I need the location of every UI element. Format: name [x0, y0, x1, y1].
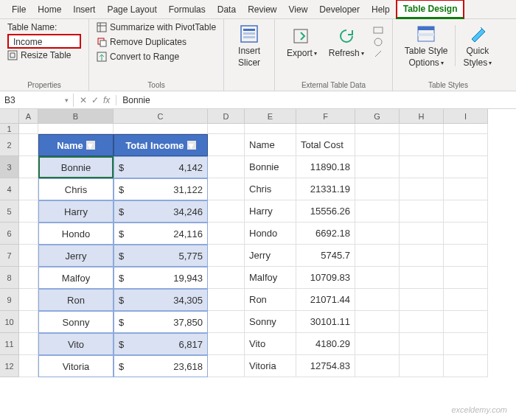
side-cell-cost[interactable]: 21331.19 [296, 178, 355, 200]
cell-blank[interactable] [208, 333, 245, 355]
cell-blank[interactable] [19, 289, 38, 311]
tab-page-layout[interactable]: Page Layout [101, 1, 162, 18]
cell-blank[interactable] [208, 200, 245, 223]
cell-blank[interactable] [400, 134, 444, 156]
table-cell-income[interactable]: $19,943 [114, 267, 208, 289]
tab-insert[interactable]: Insert [67, 1, 101, 18]
cell-grid[interactable]: Name▾Total Income▾Bonnie$4,142Chris$31,1… [19, 124, 488, 377]
export-button[interactable]: Export▾ [282, 22, 321, 62]
cell-blank[interactable] [444, 289, 488, 311]
cell-blank[interactable] [444, 355, 488, 377]
col-header-I[interactable]: I [444, 109, 488, 124]
side-cell-cost[interactable]: 12754.83 [296, 355, 355, 377]
pivot-button[interactable]: Summarize with PivotTable [97, 22, 216, 32]
table-cell-income[interactable]: $31,122 [114, 178, 208, 200]
insert-slicer-button[interactable]: Insert Slicer [231, 22, 267, 69]
name-box[interactable]: B3 ▾ [0, 94, 74, 107]
cell-blank[interactable] [444, 178, 488, 200]
cell-blank[interactable] [208, 267, 245, 289]
refresh-button[interactable]: Refresh▾ [324, 22, 369, 62]
cell-blank[interactable] [400, 333, 444, 355]
cell-blank[interactable] [355, 311, 400, 333]
tab-review[interactable]: Review [242, 1, 282, 18]
row-header-4[interactable]: 4 [0, 178, 19, 200]
table-cell-name[interactable]: Sonny [38, 311, 114, 333]
side-cell-name[interactable]: Vitoria [245, 355, 296, 377]
cell-blank[interactable] [208, 134, 245, 156]
cancel-icon[interactable]: ✕ [80, 95, 87, 105]
side-cell-cost[interactable]: 10709.83 [296, 267, 355, 289]
cell-blank[interactable] [400, 267, 444, 289]
cell-blank[interactable] [444, 333, 488, 355]
row-header-9[interactable]: 9 [0, 289, 19, 311]
cell-blank[interactable] [400, 178, 444, 200]
table-cell-income[interactable]: $6,817 [114, 333, 208, 355]
side-cell-cost[interactable]: 4180.29 [296, 333, 355, 355]
cell-blank[interactable] [444, 223, 488, 245]
cell-blank[interactable] [355, 267, 400, 289]
tab-view[interactable]: View [283, 1, 314, 18]
cell-blank[interactable] [208, 223, 245, 245]
side-cell-name[interactable]: Bonnie [245, 156, 296, 178]
cell-blank[interactable] [19, 267, 38, 289]
cell-blank[interactable] [400, 355, 444, 377]
cell-blank[interactable] [355, 333, 400, 355]
cell-blank[interactable] [355, 124, 400, 134]
table-header-name[interactable]: Name▾ [38, 134, 114, 156]
side-cell-cost[interactable]: 5745.7 [296, 245, 355, 267]
cell-blank[interactable] [400, 311, 444, 333]
tab-home[interactable]: Home [32, 1, 67, 18]
row-header-8[interactable]: 8 [0, 267, 19, 289]
cell-blank[interactable] [208, 311, 245, 333]
cell-blank[interactable] [444, 134, 488, 156]
side-cell-cost[interactable]: 30101.11 [296, 311, 355, 333]
tab-formulas[interactable]: Formulas [163, 1, 212, 18]
cell-blank[interactable] [400, 200, 444, 223]
table-cell-name[interactable]: Malfoy [38, 267, 114, 289]
row-header-12[interactable]: 12 [0, 355, 19, 377]
side-cell-name[interactable]: Chris [245, 178, 296, 200]
filter-icon[interactable]: ▾ [86, 141, 95, 150]
row-header-5[interactable]: 5 [0, 200, 19, 223]
cell-blank[interactable] [19, 311, 38, 333]
table-header-income[interactable]: Total Income▾ [114, 134, 208, 156]
cell-blank[interactable] [208, 355, 245, 377]
table-name-input[interactable]: Income [7, 34, 81, 49]
cell-blank[interactable] [355, 355, 400, 377]
table-cell-name[interactable]: Ron [38, 289, 114, 311]
cell-blank[interactable] [355, 178, 400, 200]
cell-blank[interactable] [355, 134, 400, 156]
row-header-10[interactable]: 10 [0, 311, 19, 333]
unlink-icon[interactable] [373, 49, 383, 59]
side-cell-name[interactable]: Vito [245, 333, 296, 355]
row-header-11[interactable]: 11 [0, 333, 19, 355]
cell-blank[interactable] [400, 156, 444, 178]
cell-blank[interactable] [444, 200, 488, 223]
cell-blank[interactable] [355, 245, 400, 267]
cell-blank[interactable] [444, 124, 488, 134]
filter-icon[interactable]: ▾ [187, 141, 196, 150]
side-header-name[interactable]: Name [245, 134, 296, 156]
enter-icon[interactable]: ✓ [91, 95, 99, 105]
table-cell-income[interactable]: $5,775 [114, 245, 208, 267]
table-cell-income[interactable]: $34,246 [114, 200, 208, 223]
table-cell-name[interactable]: Bonnie [38, 156, 114, 178]
cell-blank[interactable] [208, 289, 245, 311]
cell-blank[interactable] [355, 156, 400, 178]
tab-developer[interactable]: Developer [313, 1, 366, 18]
side-cell-cost[interactable]: 11890.18 [296, 156, 355, 178]
table-cell-income[interactable]: $23,618 [114, 355, 208, 377]
open-browser-icon[interactable] [373, 37, 383, 47]
cell-blank[interactable] [400, 223, 444, 245]
cell-blank[interactable] [400, 245, 444, 267]
cell-blank[interactable] [19, 333, 38, 355]
tab-data[interactable]: Data [212, 1, 242, 18]
cell-blank[interactable] [114, 124, 208, 134]
table-cell-income[interactable]: $34,305 [114, 289, 208, 311]
side-cell-name[interactable]: Hondo [245, 223, 296, 245]
cell-blank[interactable] [444, 311, 488, 333]
fx-icon[interactable]: fx [103, 95, 110, 105]
cell-blank[interactable] [296, 124, 355, 134]
row-header-3[interactable]: 3 [0, 156, 19, 178]
side-cell-cost[interactable]: 15556.26 [296, 200, 355, 223]
